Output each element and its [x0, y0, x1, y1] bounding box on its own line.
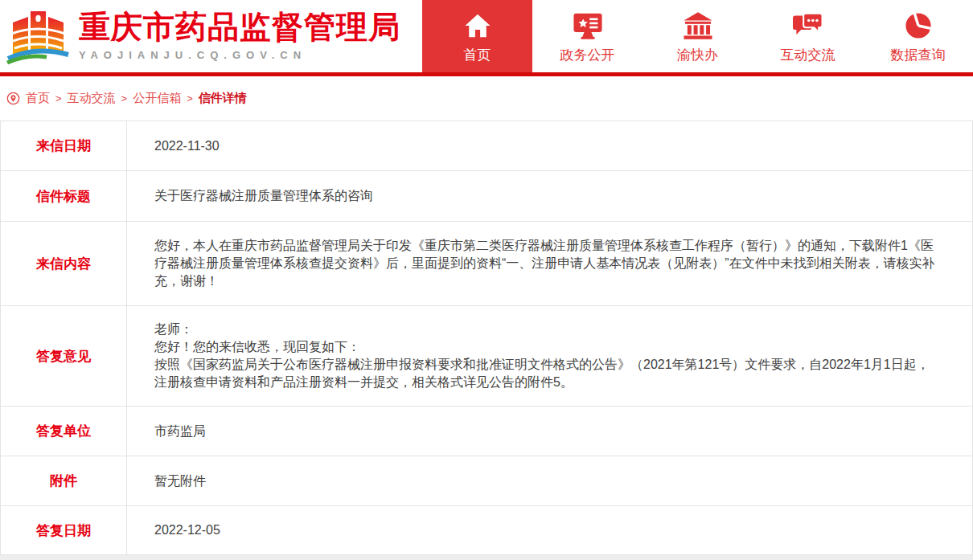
letter-detail-table: 来信日期 2022-11-30 信件标题 关于医疗器械注册质量管理体系的咨询 来…	[0, 121, 973, 555]
row-value: 关于医疗器械注册质量管理体系的咨询	[127, 171, 973, 222]
agency-logo-icon	[6, 6, 69, 67]
nav-label: 互动交流	[781, 48, 835, 62]
row-label: 附件	[1, 456, 127, 506]
breadcrumb-home[interactable]: 首页	[26, 91, 50, 106]
nav-label: 数据查询	[891, 48, 946, 62]
page-bottom-strip	[0, 555, 973, 560]
nav-label: 政务公开	[560, 48, 615, 62]
monitor-star-icon	[573, 10, 603, 41]
pie-chart-icon	[904, 10, 933, 41]
table-row-reply-opinion: 答复意见 老师： 您好！您的来信收悉，现回复如下： 按照《国家药监局关于公布医疗…	[1, 306, 973, 407]
nav-label: 首页	[464, 48, 491, 62]
site-header: 重庆市药品监督管理局 YAOJIANJU.CQ.GOV.CN 首页	[0, 0, 973, 72]
site-title: 重庆市药品监督管理局	[79, 11, 400, 44]
main-nav: 首页 政务公开	[422, 0, 973, 72]
nav-label: 渝快办	[677, 48, 718, 62]
row-label: 来信日期	[1, 121, 127, 171]
table-row-letter-date: 来信日期 2022-11-30	[1, 121, 973, 171]
table-row-attachment: 附件 暂无附件	[1, 456, 973, 506]
nav-item-gov-disclosure[interactable]: 政务公开	[532, 0, 643, 72]
table-row-reply-unit: 答复单位 市药监局	[1, 407, 973, 456]
chat-bubbles-icon	[793, 10, 823, 41]
brand[interactable]: 重庆市药品监督管理局 YAOJIANJU.CQ.GOV.CN	[0, 0, 400, 72]
nav-item-data-query[interactable]: 数据查询	[863, 0, 973, 72]
table-row-reply-date: 答复日期 2022-12-05	[1, 506, 973, 555]
table-row-letter-title: 信件标题 关于医疗器械注册质量管理体系的咨询	[1, 171, 973, 222]
breadcrumb-mailbox[interactable]: 公开信箱	[133, 91, 181, 106]
row-value: 市药监局	[127, 407, 973, 456]
breadcrumb-separator: >	[187, 92, 193, 104]
row-label: 答复日期	[1, 506, 127, 555]
row-value: 2022-12-05	[127, 506, 973, 555]
nav-item-yukuaiban[interactable]: 渝快办	[643, 0, 753, 72]
nav-item-interaction[interactable]: 互动交流	[753, 0, 863, 72]
breadcrumb: 首页 > 互动交流 > 公开信箱 > 信件详情	[0, 76, 973, 121]
row-value: 2022-11-30	[127, 121, 973, 171]
brand-text: 重庆市药品监督管理局 YAOJIANJU.CQ.GOV.CN	[79, 11, 400, 62]
breadcrumb-separator: >	[121, 92, 128, 104]
table-row-letter-content: 来信内容 您好，本人在重庆市药品监督管理局关于印发《重庆市第二类医疗器械注册质量…	[1, 222, 973, 306]
row-value: 老师： 您好！您的来信收悉，现回复如下： 按照《国家药监局关于公布医疗器械注册申…	[127, 306, 973, 407]
breadcrumb-current-page: 信件详情	[199, 91, 247, 106]
row-label: 答复单位	[1, 407, 127, 456]
location-pin-icon	[6, 92, 20, 105]
breadcrumb-interaction[interactable]: 互动交流	[68, 91, 116, 106]
home-icon	[464, 10, 491, 41]
row-value: 您好，本人在重庆市药品监督管理局关于印发《重庆市第二类医疗器械注册质量管理体系核…	[127, 222, 973, 306]
nav-item-home[interactable]: 首页	[422, 0, 532, 72]
breadcrumb-separator: >	[55, 92, 62, 104]
row-label: 信件标题	[1, 171, 127, 222]
row-value: 暂无附件	[127, 456, 973, 506]
row-label: 来信内容	[1, 222, 127, 306]
site-domain: YAOJIANJU.CQ.GOV.CN	[79, 49, 400, 61]
bank-icon	[683, 10, 713, 41]
row-label: 答复意见	[1, 306, 127, 407]
